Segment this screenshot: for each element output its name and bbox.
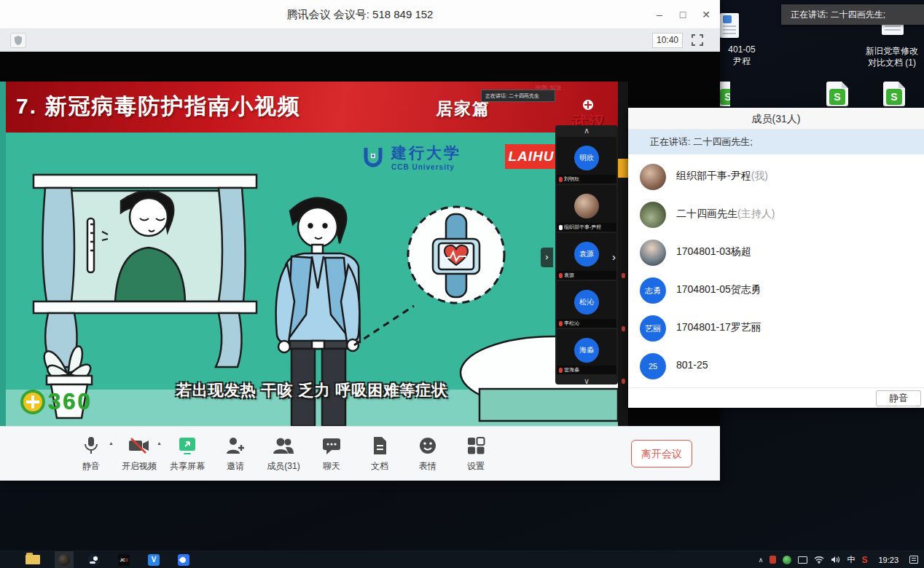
tray-expand-icon[interactable]: ∧ xyxy=(759,556,764,564)
members-button[interactable]: 成员(31) xyxy=(259,433,308,473)
video-tile[interactable]: 海淼 雷海淼 xyxy=(557,329,616,374)
camera-off-icon xyxy=(115,433,163,458)
muted-mic-icon xyxy=(622,273,625,278)
wifi-icon[interactable] xyxy=(814,556,824,564)
muted-mic-icon xyxy=(622,379,625,384)
window-title: 腾讯会议 会议号: 518 849 152 xyxy=(0,0,720,29)
taskbar: JC3 V ∧ 中 S 19:23 xyxy=(0,551,924,568)
video-thumbnail-strip: ∧ 明欣 刘明欣 组织部干事-尹程 袁源 › 袁源 xyxy=(555,125,618,384)
mute-button[interactable]: 静音 ▲ xyxy=(67,433,115,473)
members-panel: 成员(31人) 正在讲话: 二十四画先生; 组织部干事-尹程(我) 二十四画先生… xyxy=(628,108,924,408)
tile-name: 袁源 xyxy=(564,272,574,279)
video-tile[interactable]: 松沁 李松沁 xyxy=(557,281,616,328)
caret-up-icon[interactable]: ▲ xyxy=(157,441,162,446)
speaker-icon[interactable] xyxy=(831,556,840,564)
avatar xyxy=(640,164,666,190)
shared-screen-view: 7. 新冠病毒防护指南小视频 居家篇 中国·加油 正在讲话: 二十四画先生 武汉 xyxy=(0,52,720,426)
mute-all-button[interactable]: 静音 xyxy=(876,390,921,406)
avatar: 明欣 xyxy=(574,146,599,170)
title-bar[interactable]: 腾讯会议 会议号: 518 849 152 – □ ✕ xyxy=(0,0,720,29)
chevron-down-icon[interactable]: ∨ xyxy=(555,376,618,387)
leave-meeting-button[interactable]: 离开会议 xyxy=(631,440,692,468)
caret-up-icon[interactable]: ▲ xyxy=(109,441,114,446)
tray-app-green-icon[interactable] xyxy=(783,556,791,564)
share-screen-button[interactable]: 共享屏幕 xyxy=(163,433,211,473)
taskbar-item-folder[interactable] xyxy=(22,551,44,568)
members-panel-footer: 静音 xyxy=(628,387,924,408)
avatar xyxy=(574,194,599,218)
member-row[interactable]: 1704801-03杨超 xyxy=(628,234,924,272)
video-tile[interactable]: 组织部干事-尹程 xyxy=(557,185,616,232)
wps-file-icon: S xyxy=(826,82,848,106)
maximize-button[interactable]: □ xyxy=(672,0,694,29)
wps-file-icon: S xyxy=(883,82,905,106)
meeting-duration: 10:40 xyxy=(652,33,683,48)
system-tray: ∧ 中 S 19:23 xyxy=(759,551,924,568)
close-button[interactable]: ✕ xyxy=(695,0,717,29)
invite-button[interactable]: 邀请 xyxy=(211,433,259,473)
taskbar-item-tim[interactable]: V xyxy=(144,551,163,568)
member-row[interactable]: 志勇 1704801-05贺志勇 xyxy=(628,272,924,309)
members-panel-title: 成员(31人) xyxy=(628,108,924,130)
invite-person-icon xyxy=(211,433,259,458)
tray-app-icon[interactable] xyxy=(770,556,776,564)
muted-mic-icon xyxy=(622,326,625,331)
speaking-banner: 正在讲话: 二十四画先生; xyxy=(781,4,924,25)
taskbar-item-game[interactable] xyxy=(55,551,74,568)
jc3-icon: JC3 xyxy=(118,554,130,566)
avatar: 海淼 xyxy=(574,338,599,363)
folder-icon xyxy=(26,555,40,564)
mic-icon xyxy=(67,433,115,458)
ime-indicator[interactable]: 中 xyxy=(847,554,855,565)
video-content: 建行大学 CCB University LAIHU 若出现发热 干咳 乏力 呼吸… xyxy=(6,133,618,426)
muted-mic-icon xyxy=(559,368,563,373)
member-row[interactable]: 二十四画先生(主持人) xyxy=(628,196,924,234)
chevron-up-icon[interactable]: ∧ xyxy=(555,125,618,137)
video-tile[interactable]: 袁源 › 袁源 xyxy=(557,233,616,280)
avatar: 志勇 xyxy=(640,277,666,304)
taskbar-item-steam[interactable] xyxy=(85,551,103,568)
ccb-university-logo: 建行大学 CCB University xyxy=(361,143,461,171)
docs-button[interactable]: 文档 xyxy=(356,433,404,473)
taskbar-item-jc3[interactable]: JC3 xyxy=(114,551,133,568)
video-subtitle: 若出现发热 干咳 乏力 呼吸困难等症状 xyxy=(6,380,618,401)
emoji-button[interactable]: 表情 xyxy=(404,433,452,473)
speaking-overlay-small: 正在讲话: 二十四画先生 xyxy=(481,90,555,102)
settings-grid-icon xyxy=(452,433,500,458)
member-row[interactable]: 组织部干事-尹程(我) xyxy=(628,158,924,196)
chat-button[interactable]: 聊天 xyxy=(308,433,356,473)
taskbar-item-meeting[interactable] xyxy=(174,551,193,568)
tencent-meeting-icon xyxy=(178,554,189,566)
desktop-icon-doc-partial[interactable] xyxy=(720,13,739,38)
desktop-icon-wps-2[interactable]: S xyxy=(826,82,848,106)
muted-mic-icon xyxy=(559,177,563,182)
desktop-icon-wps-3[interactable]: S xyxy=(883,82,905,106)
cross-icon xyxy=(583,100,593,110)
notification-center-icon[interactable] xyxy=(909,556,918,564)
desktop-icon-wps-1[interactable]: S xyxy=(717,82,739,106)
strip-collapse-handle[interactable]: › xyxy=(541,248,553,267)
tile-name: 刘明欣 xyxy=(564,175,579,183)
ccb-logo-cn: 建行大学 xyxy=(391,143,461,163)
minimize-button[interactable]: – xyxy=(649,0,670,29)
desktop-icon-doc-partial-label: 401-05尹程 xyxy=(713,44,771,67)
shield-icon[interactable] xyxy=(10,33,26,48)
fullscreen-icon[interactable] xyxy=(691,33,704,50)
360-watermark: 360 xyxy=(20,389,93,415)
video-tile[interactable]: 明欣 刘明欣 xyxy=(557,137,616,184)
sogou-icon[interactable]: S xyxy=(861,555,867,565)
taskbar-clock[interactable]: 19:23 xyxy=(878,556,898,564)
chat-icon xyxy=(308,433,356,458)
chevron-right-icon[interactable]: › xyxy=(612,251,616,263)
member-row[interactable]: 艺丽 1704801-17罗艺丽 xyxy=(628,309,924,347)
avatar: 袁源 xyxy=(574,242,599,267)
video-left-edge xyxy=(0,82,6,426)
tim-icon: V xyxy=(148,554,160,566)
member-row[interactable]: 25 801-25 xyxy=(628,347,924,385)
display-icon[interactable] xyxy=(798,556,807,564)
share-screen-icon xyxy=(163,433,211,458)
start-video-button[interactable]: 开启视频 ▲ xyxy=(115,433,163,473)
settings-button[interactable]: 设置 xyxy=(452,433,500,473)
viewer-toolbar: 10:40 xyxy=(0,29,720,52)
meeting-toolbar: 静音 ▲ 开启视频 ▲ xyxy=(0,426,720,481)
